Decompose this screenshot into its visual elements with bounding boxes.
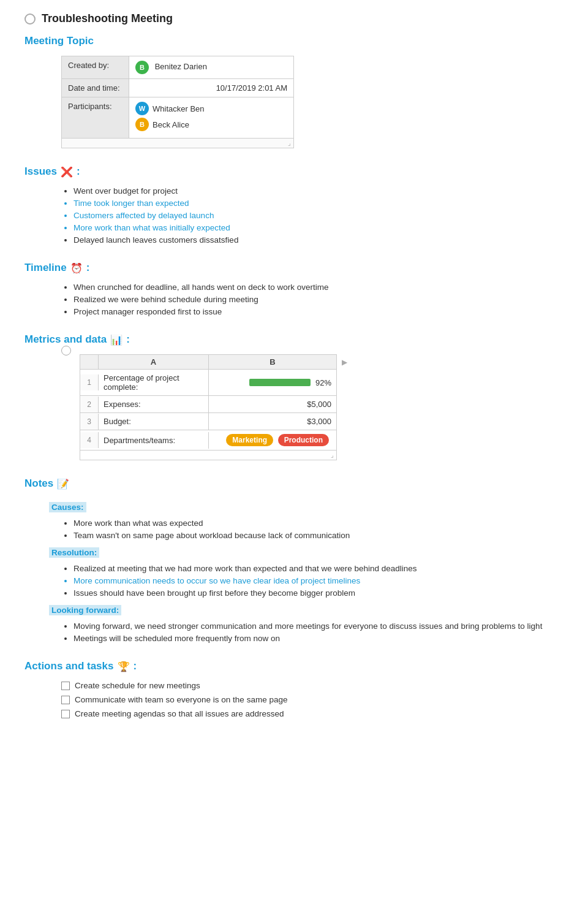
- timeline-colon: :: [86, 262, 90, 274]
- action-item-2: Communicate with team so everyone is on …: [61, 695, 564, 704]
- notes-section: Notes 📝 Causes: More work than what was …: [24, 477, 564, 643]
- page-circle-icon: [24, 13, 36, 25]
- actions-list: Create schedule for new meetings Communi…: [24, 681, 564, 718]
- actions-colon: :: [134, 660, 137, 672]
- list-item: More work than what was initially expect…: [74, 223, 564, 232]
- scroll-indicator: ▶: [342, 358, 347, 367]
- timeline-emoji: ⏰: [70, 262, 83, 274]
- metrics-cell-label: Percentage of project complete:: [99, 370, 209, 395]
- metrics-cell-value: 92%: [209, 374, 336, 391]
- progress-value: 92%: [315, 378, 331, 387]
- issues-section: Issues ❌ : Went over budget for project …: [24, 165, 564, 245]
- created-by-row: Created by: B Benitez Darien: [62, 56, 294, 79]
- resolution-subheading: Resolution:: [49, 547, 99, 558]
- metrics-cell-label: Budget:: [99, 413, 209, 430]
- metrics-cell-value: Marketing Production: [209, 430, 336, 450]
- issues-heading: Issues ❌ :: [24, 165, 564, 178]
- participant-1: W Whitacker Ben: [135, 102, 287, 115]
- metrics-row-2: 2 Expenses: $5,000: [80, 395, 336, 412]
- progress-bar-container: 92%: [214, 378, 331, 387]
- checkbox-1[interactable]: [61, 682, 70, 690]
- list-item: Team wasn't on same page about workload …: [74, 531, 564, 540]
- metrics-row-3: 3 Budget: $3,000: [80, 412, 336, 430]
- notes-emoji: 📝: [57, 478, 69, 490]
- metrics-col-b-header: B: [209, 355, 336, 369]
- list-item: Project manager responded first to issue: [74, 307, 564, 316]
- list-item: Delayed launch leaves customers dissatsf…: [74, 235, 564, 245]
- metrics-row-num-header: [80, 355, 99, 369]
- metrics-section: Metrics and data 📊 : A B 1 Percentage of…: [24, 333, 564, 460]
- marketing-tag: Marketing: [226, 434, 273, 446]
- list-item: Issues should have been brought up first…: [74, 588, 564, 598]
- date-value: 10/17/2019 2:01 AM: [129, 79, 294, 97]
- participants-list: W Whitacker Ben B Beck Alice: [129, 97, 294, 139]
- metrics-cell-label: Departments/teams:: [99, 432, 209, 449]
- list-item: Moving forward, we need stronger communi…: [74, 622, 564, 631]
- list-item: Time took longer than expected: [74, 199, 564, 208]
- participants-row: Participants: W Whitacker Ben B Beck Ali…: [62, 97, 294, 139]
- metrics-header: A B: [80, 355, 336, 369]
- metrics-resize-handle[interactable]: ⌟: [80, 450, 336, 460]
- timeline-heading-text: Timeline: [24, 262, 67, 274]
- list-item: Customers affected by delayed launch: [74, 211, 564, 220]
- issues-colon: :: [77, 165, 80, 178]
- participant-1-name: Whitacker Ben: [153, 104, 205, 113]
- meeting-topic-heading-text: Meeting Topic: [24, 35, 94, 47]
- page-title: Troubleshooting Meeting: [42, 12, 173, 25]
- table-resize-handle[interactable]: ⌟: [61, 139, 294, 148]
- production-tag: Production: [278, 434, 329, 446]
- issues-list: Went over budget for project Time took l…: [24, 186, 564, 245]
- list-item: Realized at meeting that we had more wor…: [74, 564, 564, 573]
- notes-heading-text: Notes: [24, 477, 53, 490]
- date-row: Date and time: 10/17/2019 2:01 AM: [62, 79, 294, 97]
- metrics-emoji: 📊: [110, 334, 123, 346]
- notes-heading: Notes 📝: [24, 477, 564, 490]
- metrics-cell-label: Expenses:: [99, 396, 209, 412]
- metrics-row-num: 2: [80, 397, 99, 412]
- list-item: More communication needs to occur so we …: [74, 576, 564, 585]
- actions-heading: Actions and tasks 🏆 :: [24, 660, 564, 672]
- checkbox-2[interactable]: [61, 696, 70, 704]
- creator-name: Benitez Darien: [155, 62, 207, 71]
- participants-label: Participants:: [62, 97, 129, 139]
- checkbox-3[interactable]: [61, 710, 70, 718]
- action-item-1: Create schedule for new meetings: [61, 681, 564, 690]
- meeting-topic-section: Meeting Topic Created by: B Benitez Dari…: [24, 35, 564, 148]
- metrics-colon: :: [126, 333, 130, 346]
- metrics-cell-value: $3,000: [209, 413, 336, 430]
- timeline-list: When crunched for deadline, all hands we…: [24, 283, 564, 316]
- metrics-heading: Metrics and data 📊 :: [24, 333, 564, 346]
- timeline-heading: Timeline ⏰ :: [24, 262, 564, 274]
- metrics-row-4: 4 Departments/teams: Marketing Productio…: [80, 430, 336, 450]
- list-item: More work than what was expected: [74, 519, 564, 528]
- creator-avatar: B: [135, 61, 149, 74]
- participant-2: B Beck Alice: [135, 118, 287, 131]
- list-item: Went over budget for project: [74, 186, 564, 196]
- page-title-row: Troubleshooting Meeting: [24, 12, 564, 25]
- list-item: Meetings will be scheduled more frequent…: [74, 634, 564, 643]
- created-by-label: Created by:: [62, 56, 129, 79]
- action-item-3: Create meeting agendas so that all issue…: [61, 709, 564, 718]
- resolution-list: Realized at meeting that we had more wor…: [24, 564, 564, 598]
- action-label: Create schedule for new meetings: [75, 681, 200, 690]
- metrics-row-num: 4: [80, 432, 99, 448]
- metrics-table: A B 1 Percentage of project complete: 92…: [80, 354, 337, 460]
- action-label: Create meeting agendas so that all issue…: [75, 709, 284, 718]
- causes-list: More work than what was expected Team wa…: [24, 519, 564, 540]
- actions-heading-text: Actions and tasks: [24, 660, 114, 672]
- metrics-table-select[interactable]: [61, 346, 71, 355]
- issues-heading-text: Issues: [24, 165, 57, 178]
- date-label: Date and time:: [62, 79, 129, 97]
- metrics-row-num: 1: [80, 374, 99, 390]
- list-item: Realized we were behind schedule during …: [74, 295, 564, 304]
- created-by-value: B Benitez Darien: [129, 56, 294, 79]
- looking-forward-subheading: Looking forward:: [49, 605, 121, 615]
- metrics-row-1: 1 Percentage of project complete: 92%: [80, 369, 336, 395]
- meeting-topic-heading: Meeting Topic: [24, 35, 564, 47]
- progress-bar: [249, 379, 311, 386]
- participant-1-avatar: W: [135, 102, 149, 115]
- metrics-heading-text: Metrics and data: [24, 333, 107, 346]
- meeting-info-table: Created by: B Benitez Darien Date and ti…: [61, 56, 294, 139]
- participant-2-name: Beck Alice: [153, 120, 189, 129]
- list-item: When crunched for deadline, all hands we…: [74, 283, 564, 292]
